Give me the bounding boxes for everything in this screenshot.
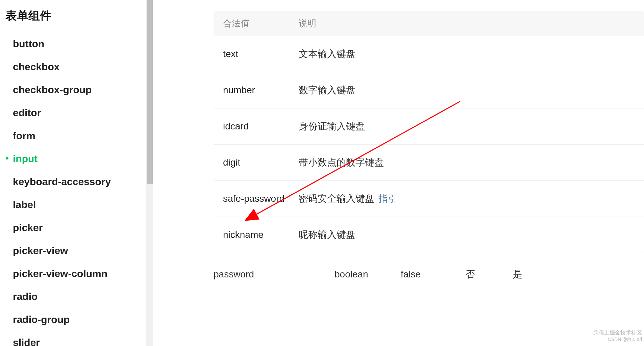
table-header: 合法值 说明 [214, 11, 644, 36]
table-row: number数字输入键盘 [214, 72, 644, 108]
cell-desc: 数字输入键盘 [299, 84, 635, 97]
table-row: digit带小数点的数字键盘 [214, 144, 644, 180]
sidebar-item-editor[interactable]: editor [5, 101, 146, 124]
prop-tail: 是 [513, 268, 522, 281]
sidebar-item-radio[interactable]: radio [5, 285, 146, 308]
cell-desc: 密码安全输入键盘 指引 [299, 192, 635, 205]
prop-name: password [214, 269, 335, 280]
sidebar-item-picker-view[interactable]: picker-view [5, 239, 146, 262]
cell-desc: 身份证输入键盘 [299, 120, 635, 133]
cell-desc: 昵称输入键盘 [299, 228, 635, 241]
property-row: password boolean false 否 是 [214, 253, 644, 281]
cell-value: digit [223, 157, 299, 168]
table-header-value: 合法值 [223, 18, 299, 29]
cell-desc: 带小数点的数字键盘 [299, 156, 635, 169]
sidebar-item-checkbox-group[interactable]: checkbox-group [5, 78, 146, 101]
table-row: safe-password密码安全输入键盘 指引 [214, 180, 644, 217]
cell-desc: 文本输入键盘 [299, 48, 635, 60]
value-table: 合法值 说明 text文本输入键盘number数字输入键盘idcard身份证输入… [214, 11, 644, 253]
table-row: nickname昵称输入键盘 [214, 217, 644, 253]
sidebar-item-button[interactable]: button [5, 32, 146, 55]
layout: 表单组件 buttoncheckboxcheckbox-groupeditorf… [0, 0, 644, 346]
sidebar-item-picker-view-column[interactable]: picker-view-column [5, 262, 146, 285]
table-body: text文本输入键盘number数字输入键盘idcard身份证输入键盘digit… [214, 36, 644, 253]
watermark-line2: CSDN @故友dd [593, 336, 642, 343]
sidebar-title: 表单组件 [5, 8, 146, 24]
table-row: idcard身份证输入键盘 [214, 108, 644, 144]
sidebar-item-checkbox[interactable]: checkbox [5, 55, 146, 78]
nav-list: buttoncheckboxcheckbox-groupeditorformin… [5, 32, 146, 346]
content: 合法值 说明 text文本输入键盘number数字输入键盘idcard身份证输入… [146, 0, 644, 346]
table-header-desc: 说明 [299, 18, 635, 29]
prop-type: boolean [335, 269, 401, 280]
prop-default: false [401, 269, 466, 280]
prop-required: 否 [466, 268, 513, 281]
sidebar-item-keyboard-accessory[interactable]: keyboard-accessory [5, 170, 146, 193]
sidebar-item-label[interactable]: label [5, 193, 146, 216]
sidebar-item-radio-group[interactable]: radio-group [5, 308, 146, 331]
cell-value: safe-password [223, 193, 299, 204]
sidebar-item-input[interactable]: input [5, 147, 146, 170]
watermark-line1: @稀土掘金技术社区 [593, 329, 642, 337]
sidebar-item-form[interactable]: form [5, 124, 146, 147]
guide-link[interactable]: 指引 [378, 193, 397, 204]
sidebar-item-slider[interactable]: slider [5, 331, 146, 346]
table-row: text文本输入键盘 [214, 36, 644, 72]
cell-value: nickname [223, 229, 299, 240]
cell-value: idcard [223, 121, 299, 132]
watermark: @稀土掘金技术社区 CSDN @故友dd [593, 329, 642, 343]
cell-value: number [223, 85, 299, 96]
sidebar: 表单组件 buttoncheckboxcheckbox-groupeditorf… [0, 0, 146, 346]
cell-value: text [223, 49, 299, 59]
sidebar-item-picker[interactable]: picker [5, 216, 146, 239]
